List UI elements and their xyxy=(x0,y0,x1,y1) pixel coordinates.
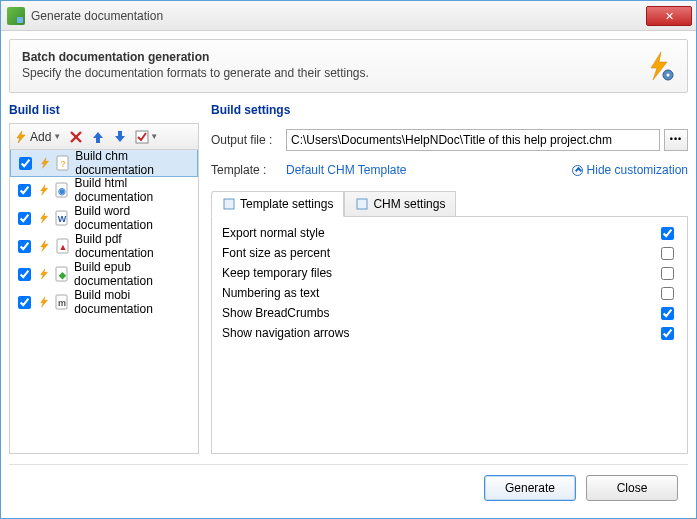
svg-text:?: ? xyxy=(60,159,66,169)
window-title: Generate documentation xyxy=(31,9,646,23)
lightning-icon xyxy=(38,239,51,253)
mobi-icon: m xyxy=(54,294,70,310)
build-item-checkbox[interactable] xyxy=(18,240,31,253)
build-list-item[interactable]: W Build word documentation xyxy=(10,204,198,232)
setting-row: Keep temporary files xyxy=(222,263,677,283)
lightning-add-icon xyxy=(14,130,28,144)
tab-chm-settings[interactable]: CHM settings xyxy=(344,191,456,216)
header-block: Batch documentation generation Specify t… xyxy=(9,39,688,93)
setting-row: Export normal style xyxy=(222,223,677,243)
close-button[interactable]: Close xyxy=(586,475,678,501)
svg-marker-7 xyxy=(42,158,49,168)
collapse-icon xyxy=(572,165,583,176)
setting-row: Font size as percent xyxy=(222,243,677,263)
setting-checkbox[interactable] xyxy=(661,267,674,280)
setting-label: Numbering as text xyxy=(222,286,657,300)
build-item-checkbox[interactable] xyxy=(18,212,31,225)
window-close-button[interactable]: ✕ xyxy=(646,6,692,26)
svg-rect-25 xyxy=(224,199,234,209)
build-list: ? Build chm documentation ◉ Build html d… xyxy=(9,149,199,454)
template-link[interactable]: Default CHM Template xyxy=(286,163,407,177)
move-down-icon[interactable] xyxy=(113,130,127,144)
browse-button[interactable]: ••• xyxy=(664,129,688,151)
setting-label: Show BreadCrumbs xyxy=(222,306,657,320)
move-up-icon[interactable] xyxy=(91,130,105,144)
setting-checkbox[interactable] xyxy=(661,247,674,260)
svg-point-2 xyxy=(667,74,670,77)
setting-checkbox[interactable] xyxy=(661,307,674,320)
svg-marker-3 xyxy=(17,131,25,143)
build-settings-title: Build settings xyxy=(211,103,688,117)
setting-checkbox[interactable] xyxy=(661,287,674,300)
lightning-icon xyxy=(38,295,50,309)
setting-row: Show BreadCrumbs xyxy=(222,303,677,323)
lightning-icon xyxy=(38,183,50,197)
lightning-gear-icon xyxy=(643,50,675,82)
build-item-label: Build pdf documentation xyxy=(75,232,194,260)
dropdown-arrow-icon: ▼ xyxy=(53,132,61,141)
dropdown-arrow-icon: ▼ xyxy=(150,132,158,141)
build-item-checkbox[interactable] xyxy=(18,268,31,281)
dialog-window: Generate documentation ✕ Batch documenta… xyxy=(0,0,697,519)
build-list-toolbar: Add ▼ ▼ xyxy=(9,123,199,149)
build-item-checkbox[interactable] xyxy=(18,184,31,197)
svg-marker-19 xyxy=(41,269,48,279)
titlebar: Generate documentation ✕ xyxy=(1,1,696,31)
setting-label: Export normal style xyxy=(222,226,657,240)
chm-icon: ? xyxy=(55,155,71,171)
svg-text:◉: ◉ xyxy=(58,186,66,196)
add-label: Add xyxy=(30,130,51,144)
svg-text:m: m xyxy=(58,298,66,308)
build-list-title: Build list xyxy=(9,103,199,117)
svg-marker-13 xyxy=(41,213,48,223)
setting-label: Show navigation arrows xyxy=(222,326,657,340)
dialog-content: Batch documentation generation Specify t… xyxy=(1,31,696,518)
pdf-icon: ▲ xyxy=(55,238,71,254)
add-build-button[interactable]: Add ▼ xyxy=(14,130,61,144)
epub-icon: ◆ xyxy=(54,266,70,282)
svg-text:W: W xyxy=(58,214,67,224)
build-item-label: Build word documentation xyxy=(74,204,194,232)
build-list-item[interactable]: ? Build chm documentation xyxy=(10,149,198,177)
lightning-icon xyxy=(38,267,50,281)
svg-marker-16 xyxy=(41,240,48,251)
generate-button[interactable]: Generate xyxy=(484,475,576,501)
lightning-icon xyxy=(38,211,50,225)
build-list-item[interactable]: m Build mobi documentation xyxy=(10,288,198,316)
build-list-item[interactable]: ▲ Build pdf documentation xyxy=(10,232,198,260)
setting-label: Keep temporary files xyxy=(222,266,657,280)
setting-checkbox[interactable] xyxy=(661,327,674,340)
build-list-item[interactable]: ◆ Build epub documentation xyxy=(10,260,198,288)
hide-customization-link[interactable]: Hide customization xyxy=(572,163,688,177)
settings-tabs: Template settingsCHM settings xyxy=(211,191,688,217)
app-icon xyxy=(7,7,25,25)
dialog-footer: Generate Close xyxy=(9,464,688,510)
word-icon: W xyxy=(54,210,70,226)
check-icon xyxy=(135,130,149,144)
build-item-label: Build epub documentation xyxy=(74,260,194,288)
header-title: Batch documentation generation xyxy=(22,50,643,64)
check-all-button[interactable]: ▼ xyxy=(135,130,158,144)
svg-rect-26 xyxy=(357,199,367,209)
output-file-input[interactable] xyxy=(286,129,660,151)
build-item-label: Build html documentation xyxy=(74,176,194,204)
header-subtitle: Specify the documentation formats to gen… xyxy=(22,66,643,80)
tab-icon xyxy=(222,197,236,211)
lightning-icon xyxy=(39,156,51,170)
html-icon: ◉ xyxy=(54,182,70,198)
svg-text:▲: ▲ xyxy=(58,242,67,252)
build-item-label: Build chm documentation xyxy=(75,149,193,177)
tab-template-settings[interactable]: Template settings xyxy=(211,191,344,217)
setting-row: Show navigation arrows xyxy=(222,323,677,343)
svg-marker-22 xyxy=(41,297,48,307)
build-list-item[interactable]: ◉ Build html documentation xyxy=(10,176,198,204)
template-label: Template : xyxy=(211,163,286,177)
build-item-checkbox[interactable] xyxy=(19,157,32,170)
tab-icon xyxy=(355,197,369,211)
svg-marker-10 xyxy=(41,185,48,196)
build-item-checkbox[interactable] xyxy=(18,296,31,309)
setting-checkbox[interactable] xyxy=(661,227,674,240)
svg-text:◆: ◆ xyxy=(58,270,67,280)
template-settings-panel: Export normal style Font size as percent… xyxy=(211,217,688,454)
delete-icon[interactable] xyxy=(69,130,83,144)
